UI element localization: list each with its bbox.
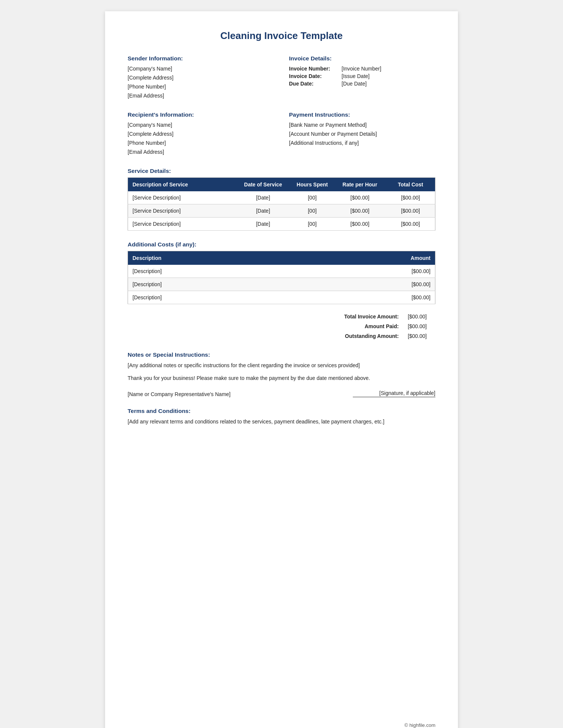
notes-text: [Any additional notes or specific instru…	[128, 361, 435, 369]
signature-name: [Name or Company Representative's Name]	[128, 391, 230, 397]
recipient-email: [Email Address]	[128, 148, 274, 156]
thank-you-text: Thank you for your business! Please make…	[128, 374, 435, 382]
additional-amount-2: [$00.00]	[389, 291, 435, 304]
additional-amount-0: [$00.00]	[389, 265, 435, 278]
service-hours-0: [00]	[291, 191, 334, 204]
terms-text: [Add any relevant terms and conditions r…	[128, 417, 435, 426]
service-table-row: [Service Description] [Date] [00] [$00.0…	[128, 191, 435, 204]
invoice-number-label: Invoice Number:	[289, 65, 342, 72]
amount-paid-label: Amount Paid:	[330, 321, 403, 331]
totals-table: Total Invoice Amount: [$00.00] Amount Pa…	[330, 312, 435, 341]
service-date-1: [Date]	[235, 204, 291, 218]
additional-desc-1: [Description]	[128, 278, 389, 291]
service-total-1: [$00.00]	[386, 204, 435, 218]
footer: © highfile.com	[404, 722, 435, 728]
due-date-value: [Due Date]	[342, 80, 435, 87]
service-desc-0: [Service Description]	[128, 191, 236, 204]
recipient-col: Recipient's Information: [Company's Name…	[128, 111, 285, 157]
terms-title: Terms and Conditions:	[128, 408, 435, 414]
payment-bank: [Bank Name or Payment Method]	[289, 121, 435, 129]
invoice-date-label: Invoice Date:	[289, 72, 342, 80]
total-invoice-label: Total Invoice Amount:	[330, 312, 403, 321]
service-rate-2: [$00.00]	[334, 218, 386, 231]
service-table: Description of Service Date of Service H…	[128, 177, 435, 231]
recipient-title: Recipient's Information:	[128, 111, 274, 118]
recipient-phone: [Phone Number]	[128, 139, 274, 147]
recipient-address: [Complete Address]	[128, 130, 274, 138]
service-rate-0: [$00.00]	[334, 191, 386, 204]
total-invoice-value: [$00.00]	[403, 312, 435, 321]
recipient-payment-row: Recipient's Information: [Company's Name…	[128, 111, 435, 157]
additional-desc-2: [Description]	[128, 291, 389, 304]
additional-costs-title: Additional Costs (if any):	[128, 241, 435, 248]
invoice-date-value: [Issue Date]	[342, 72, 435, 80]
additional-col-amount: Amount	[389, 251, 435, 265]
service-col-date: Date of Service	[235, 178, 291, 192]
page-title: Cleaning Invoice Template	[128, 30, 435, 42]
service-total-0: [$00.00]	[386, 191, 435, 204]
totals-section: Total Invoice Amount: [$00.00] Amount Pa…	[128, 312, 435, 341]
terms-section: Terms and Conditions: [Add any relevant …	[128, 408, 435, 426]
payment-title: Payment Instructions:	[289, 111, 435, 118]
additional-col-description: Description	[128, 251, 389, 265]
sender-invoice-row: Sender Information: [Company's Name] [Co…	[128, 55, 435, 101]
invoice-details-col: Invoice Details: Invoice Number: [Invoic…	[285, 55, 435, 101]
invoice-number-value: [Invoice Number]	[342, 65, 435, 72]
signature-row: [Name or Company Representative's Name] …	[128, 390, 435, 397]
invoice-page: Cleaning Invoice Template Sender Informa…	[105, 11, 458, 728]
service-table-row: [Service Description] [Date] [00] [$00.0…	[128, 218, 435, 231]
additional-table: Description Amount [Description] [$00.00…	[128, 251, 435, 304]
signature-value: [Signature, if applicable]	[353, 390, 435, 397]
additional-costs-section: Additional Costs (if any): Description A…	[128, 241, 435, 304]
additional-desc-0: [Description]	[128, 265, 389, 278]
payment-account: [Account Number or Payment Details]	[289, 130, 435, 138]
payment-col: Payment Instructions: [Bank Name or Paym…	[285, 111, 435, 157]
additional-table-row: [Description] [$00.00]	[128, 265, 435, 278]
sender-company: [Company's Name]	[128, 65, 274, 73]
service-date-2: [Date]	[235, 218, 291, 231]
service-table-row: [Service Description] [Date] [00] [$00.0…	[128, 204, 435, 218]
service-col-description: Description of Service	[128, 178, 236, 192]
outstanding-value: [$00.00]	[403, 331, 435, 341]
service-col-rate: Rate per Hour	[334, 178, 386, 192]
service-desc-1: [Service Description]	[128, 204, 236, 218]
due-date-label: Due Date:	[289, 80, 342, 87]
service-details-section: Service Details: Description of Service …	[128, 168, 435, 231]
service-hours-2: [00]	[291, 218, 334, 231]
additional-table-row: [Description] [$00.00]	[128, 278, 435, 291]
invoice-details-table: Invoice Number: [Invoice Number] Invoice…	[289, 65, 435, 87]
service-hours-1: [00]	[291, 204, 334, 218]
notes-title: Notes or Special Instructions:	[128, 351, 435, 358]
sender-email: [Email Address]	[128, 92, 274, 100]
additional-table-row: [Description] [$00.00]	[128, 291, 435, 304]
service-col-hours: Hours Spent	[291, 178, 334, 192]
sender-phone: [Phone Number]	[128, 83, 274, 91]
service-rate-1: [$00.00]	[334, 204, 386, 218]
service-date-0: [Date]	[235, 191, 291, 204]
additional-amount-1: [$00.00]	[389, 278, 435, 291]
payment-additional: [Additional Instructions, if any]	[289, 139, 435, 147]
invoice-details-title: Invoice Details:	[289, 55, 435, 62]
sender-col: Sender Information: [Company's Name] [Co…	[128, 55, 285, 101]
service-details-title: Service Details:	[128, 168, 435, 174]
service-col-total: Total Cost	[386, 178, 435, 192]
service-total-2: [$00.00]	[386, 218, 435, 231]
sender-title: Sender Information:	[128, 55, 274, 62]
recipient-company: [Company's Name]	[128, 121, 274, 129]
notes-section: Notes or Special Instructions: [Any addi…	[128, 351, 435, 383]
amount-paid-value: [$00.00]	[403, 321, 435, 331]
outstanding-label: Outstanding Amount:	[330, 331, 403, 341]
sender-address: [Complete Address]	[128, 74, 274, 82]
service-desc-2: [Service Description]	[128, 218, 236, 231]
